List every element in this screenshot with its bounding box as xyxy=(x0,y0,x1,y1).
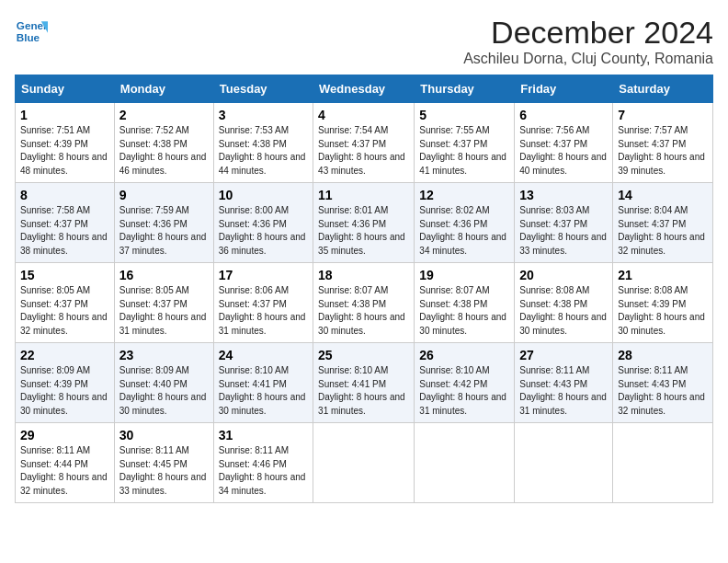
day-detail: Sunrise: 8:07 AMSunset: 4:38 PMDaylight:… xyxy=(318,285,405,336)
day-detail: Sunrise: 7:54 AMSunset: 4:37 PMDaylight:… xyxy=(318,125,405,176)
calendar-cell: 24 Sunrise: 8:10 AMSunset: 4:41 PMDaylig… xyxy=(213,343,313,423)
day-number: 14 xyxy=(618,188,708,202)
calendar-cell: 27 Sunrise: 8:11 AMSunset: 4:43 PMDaylig… xyxy=(515,343,613,423)
day-number: 11 xyxy=(318,188,409,202)
day-detail: Sunrise: 7:57 AMSunset: 4:37 PMDaylight:… xyxy=(618,125,705,176)
calendar-cell xyxy=(613,423,713,503)
logo: General Blue xyxy=(15,15,48,48)
day-number: 2 xyxy=(119,108,209,122)
day-number: 25 xyxy=(318,348,409,362)
day-number: 27 xyxy=(519,348,608,362)
calendar-cell: 8 Sunrise: 7:58 AMSunset: 4:37 PMDayligh… xyxy=(16,183,115,263)
calendar-cell: 19 Sunrise: 8:07 AMSunset: 4:38 PMDaylig… xyxy=(415,263,515,343)
day-detail: Sunrise: 8:02 AMSunset: 4:36 PMDaylight:… xyxy=(419,205,506,256)
day-detail: Sunrise: 8:11 AMSunset: 4:43 PMDaylight:… xyxy=(618,365,705,416)
day-number: 1 xyxy=(20,108,109,122)
calendar-cell: 30 Sunrise: 8:11 AMSunset: 4:45 PMDaylig… xyxy=(114,423,213,503)
day-number: 18 xyxy=(318,268,409,282)
logo-icon: General Blue xyxy=(15,15,48,48)
title-block: December 2024 Aschileu Dorna, Cluj Count… xyxy=(463,15,713,67)
day-detail: Sunrise: 7:53 AMSunset: 4:38 PMDaylight:… xyxy=(219,125,306,176)
calendar-cell: 21 Sunrise: 8:08 AMSunset: 4:39 PMDaylig… xyxy=(613,263,713,343)
svg-text:General: General xyxy=(17,19,48,31)
day-detail: Sunrise: 8:11 AMSunset: 4:46 PMDaylight:… xyxy=(219,445,306,496)
calendar-cell: 12 Sunrise: 8:02 AMSunset: 4:36 PMDaylig… xyxy=(415,183,515,263)
day-number: 23 xyxy=(119,348,209,362)
calendar-cell: 22 Sunrise: 8:09 AMSunset: 4:39 PMDaylig… xyxy=(16,343,115,423)
calendar-cell: 3 Sunrise: 7:53 AMSunset: 4:38 PMDayligh… xyxy=(213,103,313,183)
day-detail: Sunrise: 8:08 AMSunset: 4:38 PMDaylight:… xyxy=(519,285,607,336)
calendar-cell: 15 Sunrise: 8:05 AMSunset: 4:37 PMDaylig… xyxy=(16,263,115,343)
day-detail: Sunrise: 8:11 AMSunset: 4:45 PMDaylight:… xyxy=(119,445,207,496)
day-detail: Sunrise: 7:52 AMSunset: 4:38 PMDaylight:… xyxy=(119,125,207,176)
day-detail: Sunrise: 8:11 AMSunset: 4:43 PMDaylight:… xyxy=(519,365,607,416)
day-number: 10 xyxy=(219,188,308,202)
weekday-header-tuesday: Tuesday xyxy=(213,75,313,103)
day-number: 24 xyxy=(219,348,308,362)
calendar-cell: 7 Sunrise: 7:57 AMSunset: 4:37 PMDayligh… xyxy=(613,103,713,183)
svg-text:Blue: Blue xyxy=(17,31,40,43)
calendar-cell: 14 Sunrise: 8:04 AMSunset: 4:37 PMDaylig… xyxy=(613,183,713,263)
day-number: 28 xyxy=(618,348,708,362)
calendar-cell xyxy=(415,423,515,503)
weekday-header-monday: Monday xyxy=(114,75,213,103)
day-number: 4 xyxy=(318,108,409,122)
day-detail: Sunrise: 8:10 AMSunset: 4:41 PMDaylight:… xyxy=(318,365,405,416)
day-number: 15 xyxy=(20,268,109,282)
location-title: Aschileu Dorna, Cluj County, Romania xyxy=(463,51,713,67)
day-number: 6 xyxy=(519,108,608,122)
day-detail: Sunrise: 8:07 AMSunset: 4:38 PMDaylight:… xyxy=(419,285,506,336)
weekday-header-thursday: Thursday xyxy=(415,75,515,103)
day-number: 20 xyxy=(519,268,608,282)
calendar-cell: 9 Sunrise: 7:59 AMSunset: 4:36 PMDayligh… xyxy=(114,183,213,263)
day-detail: Sunrise: 8:11 AMSunset: 4:44 PMDaylight:… xyxy=(20,445,108,496)
weekday-header-friday: Friday xyxy=(515,75,613,103)
calendar-cell: 13 Sunrise: 8:03 AMSunset: 4:37 PMDaylig… xyxy=(515,183,613,263)
calendar-cell: 10 Sunrise: 8:00 AMSunset: 4:36 PMDaylig… xyxy=(213,183,313,263)
day-number: 13 xyxy=(519,188,608,202)
day-number: 8 xyxy=(20,188,109,202)
day-detail: Sunrise: 8:05 AMSunset: 4:37 PMDaylight:… xyxy=(119,285,207,336)
day-detail: Sunrise: 8:09 AMSunset: 4:39 PMDaylight:… xyxy=(20,365,108,416)
calendar-cell: 31 Sunrise: 8:11 AMSunset: 4:46 PMDaylig… xyxy=(213,423,313,503)
calendar-cell: 20 Sunrise: 8:08 AMSunset: 4:38 PMDaylig… xyxy=(515,263,613,343)
day-detail: Sunrise: 7:58 AMSunset: 4:37 PMDaylight:… xyxy=(20,205,108,256)
month-title: December 2024 xyxy=(463,15,713,51)
day-number: 7 xyxy=(618,108,708,122)
day-number: 21 xyxy=(618,268,708,282)
page-header: General Blue December 2024 Aschileu Dorn… xyxy=(15,15,713,67)
day-detail: Sunrise: 8:06 AMSunset: 4:37 PMDaylight:… xyxy=(219,285,306,336)
weekday-header-saturday: Saturday xyxy=(613,75,713,103)
day-detail: Sunrise: 8:08 AMSunset: 4:39 PMDaylight:… xyxy=(618,285,705,336)
calendar-cell: 17 Sunrise: 8:06 AMSunset: 4:37 PMDaylig… xyxy=(213,263,313,343)
calendar-cell: 4 Sunrise: 7:54 AMSunset: 4:37 PMDayligh… xyxy=(313,103,415,183)
day-number: 9 xyxy=(119,188,209,202)
calendar-cell: 6 Sunrise: 7:56 AMSunset: 4:37 PMDayligh… xyxy=(515,103,613,183)
day-number: 19 xyxy=(419,268,509,282)
calendar-cell: 2 Sunrise: 7:52 AMSunset: 4:38 PMDayligh… xyxy=(114,103,213,183)
calendar-cell xyxy=(313,423,415,503)
day-detail: Sunrise: 8:05 AMSunset: 4:37 PMDaylight:… xyxy=(20,285,108,336)
calendar-cell xyxy=(515,423,613,503)
calendar-cell: 28 Sunrise: 8:11 AMSunset: 4:43 PMDaylig… xyxy=(613,343,713,423)
calendar-cell: 25 Sunrise: 8:10 AMSunset: 4:41 PMDaylig… xyxy=(313,343,415,423)
calendar-cell: 29 Sunrise: 8:11 AMSunset: 4:44 PMDaylig… xyxy=(16,423,115,503)
day-detail: Sunrise: 8:10 AMSunset: 4:41 PMDaylight:… xyxy=(219,365,306,416)
calendar-cell: 18 Sunrise: 8:07 AMSunset: 4:38 PMDaylig… xyxy=(313,263,415,343)
weekday-header-wednesday: Wednesday xyxy=(313,75,415,103)
day-number: 30 xyxy=(119,428,209,442)
day-detail: Sunrise: 7:51 AMSunset: 4:39 PMDaylight:… xyxy=(20,125,108,176)
calendar-cell: 5 Sunrise: 7:55 AMSunset: 4:37 PMDayligh… xyxy=(415,103,515,183)
day-number: 17 xyxy=(219,268,308,282)
calendar-cell: 16 Sunrise: 8:05 AMSunset: 4:37 PMDaylig… xyxy=(114,263,213,343)
day-number: 16 xyxy=(119,268,209,282)
day-detail: Sunrise: 8:03 AMSunset: 4:37 PMDaylight:… xyxy=(519,205,607,256)
day-number: 29 xyxy=(20,428,109,442)
day-detail: Sunrise: 8:10 AMSunset: 4:42 PMDaylight:… xyxy=(419,365,506,416)
day-detail: Sunrise: 7:59 AMSunset: 4:36 PMDaylight:… xyxy=(119,205,207,256)
calendar-cell: 1 Sunrise: 7:51 AMSunset: 4:39 PMDayligh… xyxy=(16,103,115,183)
day-number: 22 xyxy=(20,348,109,362)
day-detail: Sunrise: 8:09 AMSunset: 4:40 PMDaylight:… xyxy=(119,365,207,416)
day-detail: Sunrise: 8:04 AMSunset: 4:37 PMDaylight:… xyxy=(618,205,705,256)
day-number: 31 xyxy=(219,428,308,442)
